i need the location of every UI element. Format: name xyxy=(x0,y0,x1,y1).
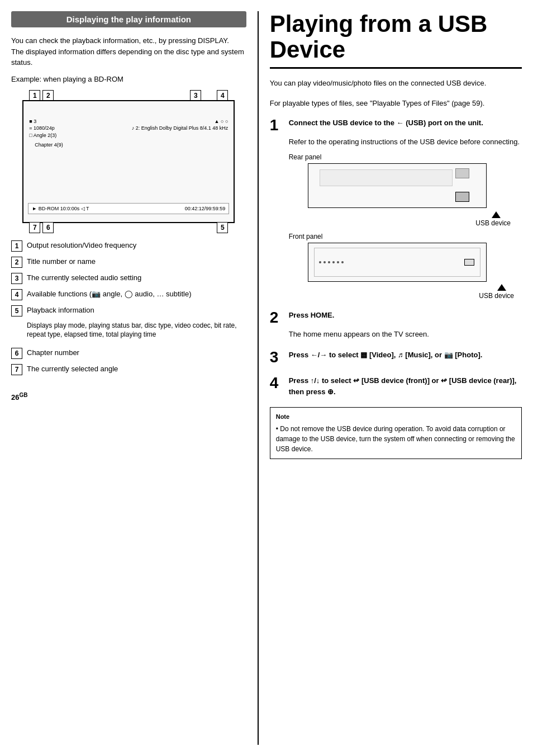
step-3: 3 Press ←/→ to select ▩ [Video], ♬ [Musi… xyxy=(270,349,522,365)
step-4: 4 Press ↑/↓ to select ↫ [USB device (fro… xyxy=(270,375,522,397)
screen-middle: Chapter 4(9) xyxy=(29,142,228,148)
list-item: 1 Output resolution/Video frequency xyxy=(11,240,246,252)
screen-bottom-bar: ► BD-ROM 10:0:00s ◁ T 00:42:12/99:59:59 xyxy=(28,203,229,214)
list-item: 7 The currently selected angle xyxy=(11,363,246,375)
front-usb-arrow-icon xyxy=(497,284,506,291)
screen-playback-right: 00:42:12/99:59:59 xyxy=(185,206,226,211)
step-3-num: 3 xyxy=(270,349,283,365)
list-item: 6 Chapter number xyxy=(11,347,246,359)
item-num-5: 5 xyxy=(11,305,22,316)
right-column: Playing from a USB Device You can play v… xyxy=(258,11,522,745)
item-text-7: The currently selected angle xyxy=(27,363,246,375)
num-3: 3 xyxy=(190,90,201,101)
rear-usb-label: USB device xyxy=(289,219,522,227)
num-6: 6 xyxy=(42,222,54,233)
item-text-3: The currently selected audio setting xyxy=(27,272,246,284)
list-item: 4 Available functions (📷 angle, ◯ audio,… xyxy=(11,289,246,300)
item-num-1: 1 xyxy=(11,240,22,252)
page-suffix: GB xyxy=(19,392,27,398)
step-1-title: Connect the USB device to the ← (USB) po… xyxy=(289,117,483,129)
item-text-2: Title number or name xyxy=(27,256,246,267)
step-4-num: 4 xyxy=(270,375,283,391)
item-num-7: 7 xyxy=(11,364,22,375)
right-intro-2: For playable types of files, see "Playab… xyxy=(270,98,522,109)
step-3-title: Press ←/→ to select ▩ [Video], ♬ [Music]… xyxy=(289,349,483,361)
item-num-6: 6 xyxy=(11,348,22,359)
note-text: • Do not remove the USB device during op… xyxy=(276,424,516,454)
screen-diagram: ■ 3= 1080/24p□ Angle 2(3) ▲ ○ ○♪ 2: Engl… xyxy=(22,100,235,223)
intro-text: You can check the playback information, … xyxy=(11,35,246,68)
num-4: 4 xyxy=(217,90,228,101)
right-intro-1: You can play video/music/photo files on … xyxy=(270,78,522,89)
numbered-list: 1 Output resolution/Video frequency 2 Ti… xyxy=(11,240,246,376)
num-5: 5 xyxy=(217,222,228,233)
step-2: 2 Press HOME. The home menu appears on t… xyxy=(270,310,522,340)
right-title: Playing from a USB Device xyxy=(270,11,522,69)
note-title: Note xyxy=(276,412,516,422)
left-column: Displaying the play information You can … xyxy=(11,11,258,745)
step-2-num: 2 xyxy=(270,310,283,325)
list-item: 5 Playback information Displays play mod… xyxy=(11,305,246,343)
example-label: Example: when playing a BD-ROM xyxy=(11,75,246,83)
item-num-2: 2 xyxy=(11,257,22,268)
front-panel-diagram xyxy=(308,243,487,282)
step-4-title: Press ↑/↓ to select ↫ [USB device (front… xyxy=(289,375,522,397)
note-box: Note • Do not remove the USB device duri… xyxy=(270,407,522,459)
rear-usb-arrow-icon xyxy=(492,211,501,218)
page-number: 26GB xyxy=(11,392,246,401)
screen-right-info: ▲ ○ ○♪ 2: English Dolby Digital Plus 8/4… xyxy=(132,118,229,139)
screen-playback-left: ► BD-ROM 10:0:00s ◁ T xyxy=(32,206,89,211)
step-2-body: The home menu appears on the TV screen. xyxy=(270,329,522,340)
section-title: Displaying the play information xyxy=(11,11,246,27)
item-subtext-5: Displays play mode, playing status bar, … xyxy=(11,321,246,340)
rear-panel-label: Rear panel xyxy=(270,153,522,161)
item-text-5: Playback information xyxy=(27,305,94,316)
page-container: Displaying the play information You can … xyxy=(0,0,533,756)
step-2-title: Press HOME. xyxy=(289,310,335,321)
list-item: 3 The currently selected audio setting xyxy=(11,272,246,284)
item-num-3: 3 xyxy=(11,273,22,284)
item-text-6: Chapter number xyxy=(27,347,246,358)
front-usb-label: USB device xyxy=(289,292,522,300)
num-2: 2 xyxy=(42,90,54,101)
num-1: 1 xyxy=(29,90,40,101)
screen-left-info: ■ 3= 1080/24p□ Angle 2(3) xyxy=(29,118,56,139)
num-7: 7 xyxy=(29,222,40,233)
step-1: 1 Connect the USB device to the ← (USB) … xyxy=(270,117,522,300)
item-text-1: Output resolution/Video frequency xyxy=(27,240,246,251)
item-text-4: Available functions (📷 angle, ◯ audio, …… xyxy=(27,289,246,300)
screen-inner: ■ 3= 1080/24p□ Angle 2(3) ▲ ○ ○♪ 2: Engl… xyxy=(23,115,234,222)
front-usb-port xyxy=(464,259,474,266)
front-panel-label: Front panel xyxy=(270,233,522,240)
step-1-body: Refer to the operating instructions of t… xyxy=(270,136,522,148)
rear-panel-diagram xyxy=(308,163,487,208)
list-item: 2 Title number or name xyxy=(11,256,246,268)
step-1-num: 1 xyxy=(270,117,283,133)
item-num-4: 4 xyxy=(11,289,22,300)
